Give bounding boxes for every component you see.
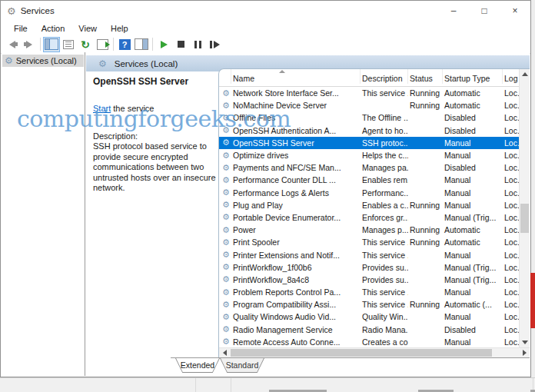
table-row[interactable]: ⚙Plug and PlayEnables a c...RunningManua… [219,199,519,211]
pause-service-icon[interactable] [189,37,206,52]
table-row[interactable]: ⚙Payments and NFC/SE Man...Manages pa...… [219,161,519,174]
service-description: The Offline ... [361,113,408,122]
service-startup-type: Manual (Trig... [443,213,503,222]
service-startup-type: Manual [443,188,503,198]
title-bar: ⚙ Services – □ × [1,1,530,21]
service-gear-icon: ⚙ [219,151,231,161]
selected-service-title: OpenSSH SSH Server [93,76,212,87]
restart-service-icon[interactable] [206,37,223,52]
forward-icon[interactable] [21,37,38,52]
column-header-status[interactable]: Status [408,69,443,84]
minimize-button[interactable]: – [438,2,469,20]
table-row[interactable]: ⚙Performance Counter DLL ...Enables rem.… [219,174,519,186]
show-console-tree-icon[interactable] [43,37,60,52]
service-name: Performance Counter DLL ... [231,175,361,184]
table-row[interactable]: ⚙Optimize drivesHelps the c...ManualLoc.… [219,149,519,161]
service-status: Running [408,300,443,309]
service-startup-type: Automatic [443,101,503,110]
service-gear-icon: ⚙ [219,250,231,260]
service-status: Running [408,201,443,210]
help-icon[interactable]: ? [116,37,133,52]
scroll-right-icon[interactable] [519,348,530,357]
table-row[interactable]: ⚙Print SpoolerThis service ...RunningAut… [219,236,519,248]
table-row[interactable]: ⚙PowerManages p...RunningAutomaticLoc... [219,224,519,236]
scroll-down-icon[interactable] [520,337,530,347]
column-header-startup-type[interactable]: Startup Type [443,69,503,84]
service-description: Helps the c... [361,151,408,160]
service-log-on: Loc... [503,101,519,110]
service-gear-icon: ⚙ [219,212,231,222]
horizontal-scrollbar[interactable] [219,347,530,357]
service-log-on: Loc... [503,201,519,210]
horizontal-scrollbar-thumb[interactable] [231,349,492,357]
stop-service-icon[interactable] [172,37,189,52]
table-row[interactable]: ⚙OpenSSH SSH ServerSSH protoc...ManualLo… [219,137,519,149]
service-log-on: Loc... [503,312,519,321]
service-log-on: Loc... [503,151,519,160]
vertical-scrollbar[interactable] [519,69,530,347]
service-gear-icon: ⚙ [219,287,231,297]
vertical-scrollbar-thumb[interactable] [520,204,529,233]
background-red-strip [530,273,535,328]
toolbar-separator [152,38,153,51]
scroll-up-icon[interactable] [520,69,530,79]
service-startup-type: Disabled [443,126,503,135]
service-description: Enables rem... [361,175,408,184]
start-service-icon[interactable] [155,37,172,52]
service-startup-type: Manual [443,138,503,148]
main-area: ⚙ Services (Local) ⚙ Services (Local) Op… [2,52,530,376]
table-row[interactable]: ⚙PrintWorkflow_8a4c8Provides su...Manual… [219,274,519,286]
service-gear-icon: ⚙ [219,163,231,173]
service-log-on: Loc... [503,287,519,297]
properties-icon[interactable] [60,37,77,52]
table-row[interactable]: ⚙Remote Access Auto Conne...Creates a co… [219,336,519,347]
tab-extended[interactable]: Extended [175,358,220,373]
sort-ascending-icon [279,70,285,73]
service-startup-type: Disabled [443,163,503,172]
service-status: Running [408,88,443,98]
service-log-on: Loc... [503,300,519,309]
refresh-icon[interactable]: ↻ [77,37,94,52]
tab-standard[interactable]: Standard [220,358,264,373]
menu-action[interactable]: Action [35,22,72,35]
pane-header-title: Services (Local) [115,59,178,68]
header-icon-spacer [219,69,231,84]
tree-item-services-local[interactable]: ⚙ Services (Local) [2,55,84,67]
table-row[interactable]: ⚙Printer Extensions and Notif...This ser… [219,248,519,261]
table-row[interactable]: ⚙Problem Reports Control Pa...This servi… [219,286,519,298]
view-tabs: Extended Standard [171,357,530,376]
menu-file[interactable]: File [7,22,35,35]
description-label: Description: [93,131,212,141]
service-name: Radio Management Service [231,325,361,334]
table-row[interactable]: ⚙Radio Management ServiceRadio Mana...Di… [219,324,519,336]
service-description-text: SSH protocol based service to provide se… [93,141,216,194]
table-row[interactable]: ⚙Performance Logs & AlertsPerformanc...M… [219,187,519,199]
close-button[interactable]: × [500,2,530,20]
export-list-icon[interactable] [94,37,111,52]
table-row[interactable]: ⚙Portable Device Enumerator...Enforces g… [219,211,519,224]
table-row[interactable]: ⚙PrintWorkflow_1f00b6Provides su...Manua… [219,261,519,274]
menu-help[interactable]: Help [104,22,135,35]
column-header-description[interactable]: Description [361,69,408,84]
service-gear-icon: ⚙ [219,262,231,272]
toolbar: ↻ ? [1,35,530,54]
back-icon[interactable] [4,37,21,52]
service-description: Enables a c... [361,201,408,210]
column-header-name[interactable]: Name [231,69,361,84]
services-gear-icon: ⚙ [5,56,13,65]
service-log-on: Loc... [503,113,519,122]
table-row[interactable]: ⚙Quality Windows Audio Vid...Quality Win… [219,311,519,323]
service-startup-type: Automatic [443,225,503,234]
service-startup-type: Manual [443,287,503,297]
maximize-button[interactable]: □ [469,2,500,20]
menu-view[interactable]: View [71,22,104,35]
background-divider [231,378,231,392]
show-hide-action-pane-icon[interactable] [133,37,150,52]
scroll-left-icon[interactable] [219,348,230,357]
table-row[interactable]: ⚙Network Store Interface Ser...This serv… [219,87,519,99]
service-description: This service ... [361,251,408,260]
service-name: Performance Logs & Alerts [231,188,361,198]
service-description: SSH protoc... [361,138,408,148]
service-startup-type: Disabled [443,113,503,122]
table-row[interactable]: ⚙Program Compatibility Assi...This servi… [219,298,519,311]
